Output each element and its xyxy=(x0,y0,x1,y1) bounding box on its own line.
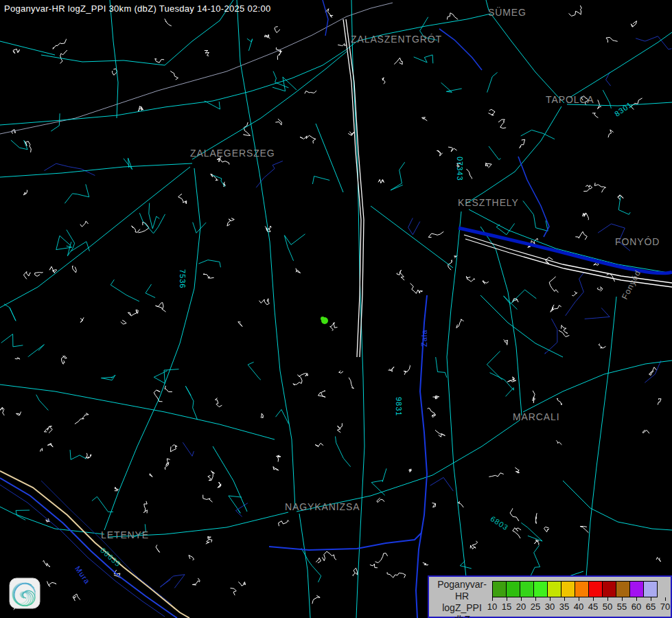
legend-cell-20 xyxy=(520,581,534,597)
legend-cell-40 xyxy=(575,581,589,597)
legend-tick-label: 40 xyxy=(574,602,583,612)
legend-tick-label: 70 xyxy=(660,602,670,612)
legend-radar-name: Poganyvar-HR xyxy=(433,579,491,602)
legend-cell-25 xyxy=(533,581,548,597)
settlement-outlines xyxy=(0,5,671,610)
legend-tick xyxy=(607,597,608,601)
legend-tick xyxy=(651,597,651,601)
legend-tick xyxy=(593,597,594,601)
legend-product: logZ_PPI xyxy=(433,602,491,614)
legend-tick-label: 25 xyxy=(531,602,540,612)
legend-tick-label: 30 xyxy=(545,602,555,612)
legend-tick-label: 50 xyxy=(603,602,612,612)
legend-panel: Poganyvar-HR logZ_PPI dbZ 10152025303540… xyxy=(428,575,672,618)
rivers xyxy=(269,0,672,618)
legend-tick xyxy=(507,597,507,601)
legend-tick xyxy=(636,597,637,601)
legend-color-bar xyxy=(492,581,658,597)
legend-cell-45 xyxy=(588,581,603,597)
legend-tick xyxy=(521,597,522,601)
major-roads xyxy=(0,0,672,618)
legend-tick xyxy=(564,597,565,601)
legend-tick-label: 10 xyxy=(487,602,497,612)
legend-tick xyxy=(665,597,666,601)
legend-unit: dbZ xyxy=(433,614,491,618)
spiral-logo-icon xyxy=(9,577,40,609)
radar-product-title: Poganyvar-HR logZ_PPI 30km (dbZ) Tuesday… xyxy=(4,3,271,14)
legend-cell-60 xyxy=(629,581,644,597)
met-logo xyxy=(9,577,40,609)
legend-cell-50 xyxy=(602,581,616,597)
legend-tick-label: 20 xyxy=(516,602,526,612)
radar-screen: SÜMEG ZALASZENTGRÓT TAPOLCA ZALAEGERSZEG… xyxy=(0,0,672,618)
legend-tick xyxy=(622,597,623,601)
lakeside-road xyxy=(343,19,672,357)
legend-tick-label: 65 xyxy=(646,602,656,612)
legend-tick xyxy=(579,597,579,601)
legend-cell-10 xyxy=(492,581,507,597)
legend-cell-30 xyxy=(547,581,561,597)
legend-tick-label: 55 xyxy=(617,602,627,612)
legend-tick xyxy=(550,597,551,601)
legend-tick xyxy=(492,597,493,601)
legend-cell-15 xyxy=(506,581,520,597)
legend-cell-65 xyxy=(643,581,658,597)
legend-tick-label: 60 xyxy=(632,602,641,612)
legend-cell-35 xyxy=(561,581,575,597)
legend-tick-label: 15 xyxy=(502,602,511,612)
legend-tick-label: 35 xyxy=(559,602,569,612)
legend-tick-label: 45 xyxy=(588,602,598,612)
legend-text-block: Poganyvar-HR logZ_PPI dbZ xyxy=(433,579,491,618)
radar-echo xyxy=(321,317,328,324)
legend-cell-55 xyxy=(616,581,630,597)
railway-lines xyxy=(0,3,393,134)
radar-map xyxy=(0,0,672,618)
legend-tick xyxy=(535,597,536,601)
